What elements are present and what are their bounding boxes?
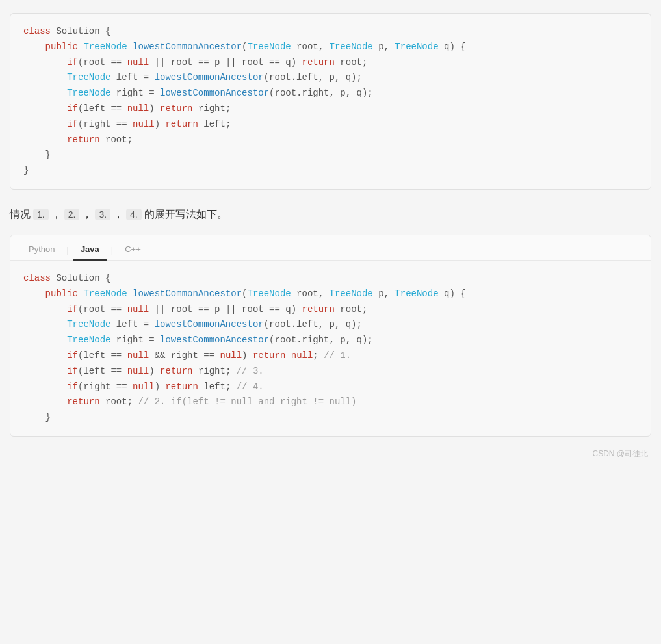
code-content-tabbed: class Solution { public TreeNode lowestC… [10, 261, 651, 436]
badge-2: 2. [64, 209, 80, 220]
right-assign: right = [110, 88, 160, 98]
cmt-1: // 1. [324, 350, 351, 361]
tab-cpp[interactable]: C++ [117, 240, 149, 261]
type-treenode-1: TreeNode [83, 42, 127, 52]
kw-return-t5: return [67, 396, 99, 407]
kw-if-t4: if [67, 381, 78, 392]
code-block-1: class Solution { public TreeNode lowestC… [10, 13, 651, 190]
param-root-t: root, [291, 289, 330, 299]
kw-class: class [23, 26, 51, 36]
left-assign: left = [110, 72, 154, 83]
sep-1: ， [51, 208, 62, 222]
text-suffix: 的展开写法如下。 [144, 208, 227, 222]
kw-public: public [45, 42, 78, 52]
tab-sep-1: | [65, 245, 70, 255]
or-1: || root == p || root == q) [149, 57, 302, 68]
class-name: Solution { [56, 26, 110, 36]
fn-lca-left: lowestCommonAncestor [155, 72, 264, 83]
watermark: CSDN @司徒北 [0, 443, 661, 462]
ret-root-t1: root; [335, 304, 367, 315]
kw-null-2: null [127, 103, 149, 114]
lca-right-params: (root.right, p, q); [269, 88, 373, 98]
paren-t4: ) [155, 381, 166, 392]
kw-if-3: if [67, 119, 78, 129]
param-p-t: p, [373, 289, 395, 299]
kw-if-t2: if [67, 350, 78, 361]
kw-null-t2: null [127, 350, 149, 361]
kw-return-t2: return [253, 350, 285, 361]
ret-right: right; [193, 103, 231, 114]
fn-lca: lowestCommonAncestor [133, 42, 242, 52]
param-root: root, [291, 42, 330, 52]
code-pre-tabbed: class Solution { public TreeNode lowestC… [23, 271, 638, 426]
type-treenode-3: TreeNode [330, 42, 373, 52]
paren-t2: ) [242, 350, 253, 361]
badge-1: 1. [33, 209, 49, 220]
lca-left-params-t: (root.left, p, q); [264, 319, 362, 329]
fn-lca-left-t: lowestCommonAncestor [155, 319, 264, 329]
and-t: && right == [149, 350, 220, 361]
type-treenode-t4: TreeNode [395, 289, 438, 299]
badge-3: 3. [95, 209, 110, 220]
type-treenode-2: TreeNode [248, 42, 291, 52]
if-right-null: (right == [78, 119, 133, 129]
if-right-null-t: (right == [78, 381, 133, 392]
kw-return-t3: return [160, 366, 192, 376]
kw-class-t: class [23, 273, 51, 283]
kw-null-1: null [127, 57, 149, 68]
kw-if-t1: if [67, 304, 78, 315]
tab-java[interactable]: Java [73, 240, 107, 261]
kw-null-t5: null [127, 366, 149, 376]
kw-return-3: return [165, 119, 198, 129]
ret-root-t: root; [100, 396, 138, 407]
kw-return-t1: return [302, 304, 335, 315]
close-method-1: } [45, 149, 51, 160]
watermark-text: CSDN @司徒北 [592, 449, 648, 458]
left-assign-t: left = [110, 319, 154, 329]
cmt-2: // 2. if(left != null and right != null) [138, 396, 356, 407]
type-treenode-t6: TreeNode [67, 335, 110, 345]
kw-null-t4: null [291, 350, 313, 361]
param-p: p, [373, 42, 395, 52]
kw-public-t: public [45, 289, 78, 299]
tab-bar: Python | Java | C++ [10, 235, 651, 261]
type-treenode-t2: TreeNode [248, 289, 291, 299]
if-left-null-t: (left == [78, 366, 127, 376]
kw-return-t4: return [165, 381, 198, 392]
type-treenode-4: TreeNode [395, 42, 438, 52]
sep-2: ， [82, 208, 92, 222]
params-t: ( [242, 289, 247, 299]
ret-root-2: root; [100, 135, 133, 145]
param-q-t: q) { [439, 289, 466, 299]
lca-left-params: (root.left, p, q); [264, 72, 362, 83]
fn-lca-right: lowestCommonAncestor [160, 88, 269, 98]
kw-return-4: return [67, 135, 99, 145]
params-1: ( [242, 42, 247, 52]
param-q: q) { [439, 42, 466, 52]
ret-root-1: root; [335, 57, 367, 68]
close-class-1: } [23, 165, 29, 175]
paren-3: ) [155, 119, 166, 129]
class-name-t: Solution { [51, 273, 110, 283]
kw-null-t1: null [127, 304, 149, 315]
cmt-4: // 4. [237, 381, 264, 392]
ret-right-t: right; [193, 366, 237, 376]
if-cond-t1: (root == [78, 304, 127, 315]
ret-left: left; [198, 119, 231, 129]
fn-lca-t: lowestCommonAncestor [133, 289, 242, 299]
kw-return-2: return [160, 103, 192, 114]
kw-null-3: null [133, 119, 155, 129]
tab-python[interactable]: Python [21, 240, 62, 261]
lca-right-params-t: (root.right, p, q); [269, 335, 373, 345]
kw-null-t3: null [220, 350, 242, 361]
middle-text: 情况 1. ， 2. ， 3. ， 4. 的展开写法如下。 [0, 196, 661, 228]
text-prefix: 情况 [10, 208, 31, 222]
sep-3: ， [113, 208, 123, 222]
kw-if-t3: if [67, 366, 78, 376]
comment-1: ; [313, 350, 324, 361]
tab-sep-2: | [110, 245, 114, 255]
ret-left-t: left; [198, 381, 237, 392]
type-treenode-5: TreeNode [67, 72, 110, 83]
tabbed-code-block: Python | Java | C++ class Solution { pub… [10, 235, 651, 437]
kw-null-t6: null [133, 381, 155, 392]
